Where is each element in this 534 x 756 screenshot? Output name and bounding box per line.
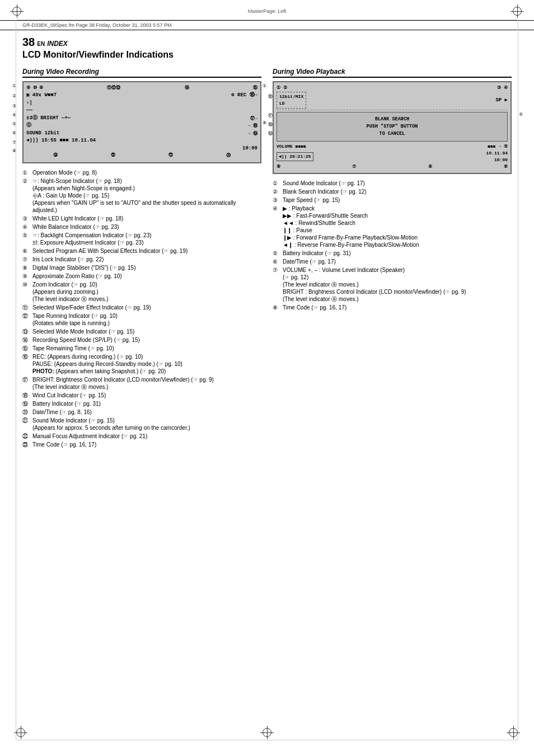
camera-diagram-container: ① ② ③ ④ ⑤ ⑥ ⑦ ⑧ ⑨ ⑩ ⑧ ⑪⑫⑬ ⑭ ⑮ [22,81,261,163]
top-right-reg [510,4,524,18]
desc-num-23: ㉓ [22,441,32,448]
pb-desc-item-8: ⑧ Time Code (☞ pg. 16, 17) [273,304,512,311]
crosshair-bottom-center [260,726,274,739]
file-info-text: GR-D33EK_09Spec.fm Page 38 Friday, Octob… [22,22,171,28]
desc-num-11: ⑪ [22,304,32,311]
screen-row-6: SOUND 12bit → ⑲ [26,130,257,138]
diag-num-2: ② [12,93,16,98]
desc-item-20: ⑳ Date/Time (☞ pg. 8, 16) [22,408,261,416]
desc-text-14: Recording Speed Mode (SP/LP) (☞ pg. 15) [32,336,261,344]
pb-desc-num-3: ③ [273,196,283,204]
desc-text-7: Iris Lock Indicator (☞ pg. 22) [32,256,261,263]
selected-wide-mode-indicator-label: Selected Wide Mode Indicator [32,328,107,335]
pb-desc-text-8: Time Code (☞ pg. 16, 17) [283,304,512,311]
desc-text-20: Date/Time (☞ pg. 8, 16) [32,408,261,416]
screen-bottom-numbers: ㉓ ㉒ ㉑ ⑳ [26,153,257,159]
pb-desc-num-7: ⑦ [273,266,283,274]
desc-item-22: ㉒ Manual Focus Adjustment Indicator (☞ p… [22,433,261,440]
night-scope-icon: ☞ [32,178,38,184]
pb-desc-item-1: ① Sound Mode Indicator (☞ pg. 17) [273,180,512,187]
pb-datetime: 10.11.0410:00 [486,150,508,163]
pb-num-1: ① [263,83,266,88]
bottom-reg-marks [0,726,534,739]
recording-desc-list: ① Operation Mode (☞ pg. 8) ② ☞: Night-Sc… [22,169,261,448]
pb-volume-row: VOLUME ■■■■ ■■■ → ⑤ [277,143,508,150]
desc-item-14: ⑭ Recording Speed Mode (SP/LP) (☞ pg. 15… [22,336,261,344]
desc-item-16: ⑯ REC: (Appears during recording.) (☞ pg… [22,353,261,375]
pb-desc-text-2: Blank Search Indicator (☞ pg. 12) [283,188,512,195]
desc-item-11: ⑪ Selected Wipe/Fader Effect Indicator (… [22,304,261,311]
desc-text-8: Digital Image Stabiliser ("DIS") (☞ pg. … [32,264,261,271]
desc-text-23: Time Code (☞ pg. 16, 17) [32,441,261,448]
diag-num-6: ⑥ [12,130,16,135]
pb-num-5-right: ⑤ [519,112,523,117]
pb-desc-num-1: ① [273,180,283,187]
desc-text-9: Approximate Zoom Ratio (☞ pg. 10) [32,273,261,280]
pb-top-numbers: ① ② ③ ④ [277,85,508,91]
diag-num-5: ⑤ [12,121,16,126]
screen-row-1: ▣ 40x W■■T ⊕ REC ⑯→ [26,92,257,100]
desc-num-20: ⑳ [22,408,32,416]
desc-text-19: Battery Indicator (☞ pg. 31) [32,400,261,407]
pb-bottom-numbers: ⑧ ⑦ ⑧ ⑥ [277,164,508,170]
desc-text-22: Manual Focus Adjustment Indicator (☞ pg.… [32,433,261,440]
desc-text-3: White LED Light Indicator (☞ pg. 18) [32,215,261,222]
screen-row-7: ◄))) 15:55 ■■■ 10.11.04 [26,137,257,145]
right-column: During Video Playback ① ⑧ ① ② ③ ④ 12bit/… [273,68,512,449]
pb-desc-text-4: ▶ : Playback ▶▶ : Fast-Forward/Shuttle S… [283,205,419,248]
desc-text-11: Selected Wipe/Fader Effect Indicator (☞ … [32,304,261,311]
main-content: During Video Recording ① ② ③ ④ ⑤ ⑥ ⑦ ⑧ ⑨… [0,62,534,455]
pb-desc-text-5: Battery Indicator (☞ pg. 31) [283,250,512,257]
desc-num-22: ㉒ [22,433,32,440]
main-title: LCD Monitor/Viewfinder Indications [22,50,512,60]
desc-item-3: ③ White LED Light Indicator (☞ pg. 18) [22,215,261,222]
desc-num-8: ⑧ [22,264,32,271]
desc-num-14: ⑭ [22,336,32,344]
playback-desc-list: ① Sound Mode Indicator (☞ pg. 17) ② Blan… [273,180,512,311]
desc-text-21: Sound Mode Indicator (☞ pg. 15) (Appears… [32,417,190,431]
desc-text-4: White Balance Indicator (☞ pg. 23) [32,223,261,231]
diag-num-7: ⑦ [12,140,16,145]
desc-text-15: Tape Remaining Time (☞ pg. 10) [32,345,261,352]
diag-num-4: ④ [12,112,16,118]
page-number-row: 38 EN INDEX [22,36,512,49]
desc-num-9: ⑨ [22,273,32,280]
special-effects-indicator-label: Special Effects Indicator [100,248,160,254]
desc-text-5: ☞: Backlight Compensation Indicator (☞ p… [32,232,152,246]
desc-text-12: Tape Running Indicator (☞ pg. 10) (Rotat… [32,312,118,327]
screen-row-2: ›| [26,100,257,107]
diag-num-1: ① [12,83,16,88]
page-number: 38 [22,36,35,49]
pb-num-8: ⑧ [263,120,266,125]
desc-item-10: ⑩ Zoom Indicator (☞ pg. 10) (Appears dur… [22,281,261,303]
crosshair-top-left [10,4,24,18]
playback-section-title: During Video Playback [273,68,512,78]
pb-desc-num-6: ⑥ [273,258,283,265]
pb-desc-text-7: VOLUME +, – : Volume Level Indicator (Sp… [283,266,466,303]
desc-item-5: ⑤ ☞: Backlight Compensation Indicator (☞… [22,232,261,246]
desc-item-2: ② ☞: Night-Scope Indicator (☞ pg. 18) (A… [22,177,261,214]
desc-item-1: ① Operation Mode (☞ pg. 8) [22,169,261,176]
diag-num-17: ⑰ [268,112,273,119]
pb-tape-play: SP ▶ [495,97,508,105]
desc-text-6: Selected Program AE With Special Effects… [32,247,261,255]
pb-sound-mode: 12bit/MIXLD [277,92,306,109]
desc-num-21: ㉑ [22,417,32,424]
desc-text-17: BRIGHT: Brightness Control Indicator (LC… [32,376,214,391]
desc-num-17: ⑰ [22,376,32,383]
desc-item-18: ⑱ Wind Cut Indicator (☞ pg. 15) [22,392,261,399]
screen-row-8: 10:00 [26,145,257,153]
desc-text-10: Zoom Indicator (☞ pg. 10) (Appears durin… [32,281,109,303]
desc-item-6: ⑥ Selected Program AE With Special Effec… [22,247,261,255]
diag-num-8: ⑧ [12,148,16,153]
diag-num-19: ⑲ [268,130,273,137]
desc-num-3: ③ [22,215,32,222]
desc-num-5: ⑤ [22,232,32,239]
top-left-reg [10,4,24,18]
master-page-label: MasterPage: Left [248,8,287,14]
pb-desc-item-3: ③ Tape Speed (☞ pg. 15) [273,196,512,204]
pb-desc-num-8: ⑧ [273,304,283,311]
desc-text-16: REC: (Appears during recording.) (☞ pg. … [32,353,182,375]
crosshair-bottom-right [507,726,520,739]
desc-text-13: Selected Wide Mode Indicator (☞ pg. 15) [32,328,261,335]
